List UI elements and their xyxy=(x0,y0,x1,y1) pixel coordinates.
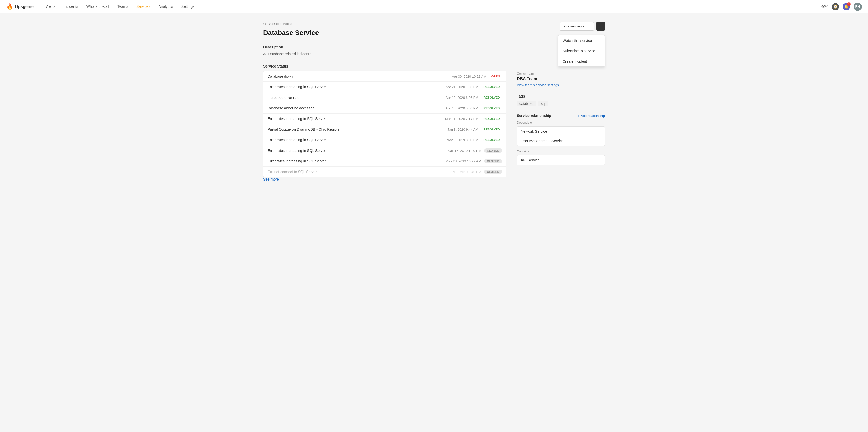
nav-link-incidents[interactable]: Incidents xyxy=(60,0,82,13)
depends-on-box: Network Service User Management Service xyxy=(517,127,605,146)
navbar-right: 66% 🧭 🔔 1 RH xyxy=(822,3,862,11)
content-area: ⊙ Back to services Database Service Desc… xyxy=(263,22,506,181)
action-bar: Problem reporting ··· xyxy=(517,22,605,31)
table-row[interactable]: Partial Outage on DyanmoDB - Ohio Region… xyxy=(264,124,506,135)
nav-link-analytics[interactable]: Analytics xyxy=(155,0,177,13)
incident-date: Apr 21, 2020 1:06 PM xyxy=(446,85,478,89)
nav-percent[interactable]: 66% xyxy=(822,5,828,8)
incident-name: Error rates increasing in SQL Server xyxy=(268,138,447,142)
avatar[interactable]: RH xyxy=(854,3,862,11)
tags-section: Tags database sql xyxy=(517,94,605,106)
table-row[interactable]: Error rates increasing in SQL Server Mar… xyxy=(264,113,506,124)
status-badge: RESOLVED xyxy=(482,127,502,131)
table-row[interactable]: Error rates increasing in SQL Server May… xyxy=(264,156,506,167)
incident-date: Jan 3, 2020 9:44 AM xyxy=(447,128,478,131)
incident-name: Partial Outage on DyanmoDB - Ohio Region xyxy=(268,127,447,131)
table-row[interactable]: Error rates increasing in SQL Server Nov… xyxy=(264,135,506,145)
logo[interactable]: 🔥 Opsgenie xyxy=(6,3,34,10)
depends-on-label: Depends on xyxy=(517,121,605,125)
dropdown-item-create-incident[interactable]: Create incident xyxy=(558,56,604,66)
nav-link-services[interactable]: Services xyxy=(132,0,155,13)
table-row[interactable]: Error rates increasing in SQL Server Apr… xyxy=(264,82,506,92)
nav-link-alerts[interactable]: Alerts xyxy=(42,0,60,13)
more-options-button[interactable]: ··· xyxy=(596,22,605,31)
incident-name: Error rates increasing in SQL Server xyxy=(268,159,446,163)
tags-label: Tags xyxy=(517,94,605,98)
incident-date: Apr 30, 2020 10:21 AM xyxy=(452,74,486,78)
plus-icon: + xyxy=(578,114,580,118)
incident-date: Oct 16, 2019 1:40 PM xyxy=(448,149,481,153)
service-relationship-section: Service relationship + Add relationship … xyxy=(517,113,605,165)
incident-date: Nov 5, 2019 8:30 PM xyxy=(447,138,478,142)
incident-name: Database down xyxy=(268,74,452,78)
contains-item[interactable]: API Service xyxy=(517,156,604,165)
logo-icon: 🔥 xyxy=(6,3,13,10)
owner-section: Owner team DBA Team View team's service … xyxy=(517,72,605,87)
sidebar: Problem reporting ··· Watch this service… xyxy=(517,22,605,181)
nav-link-settings[interactable]: Settings xyxy=(177,0,199,13)
add-relationship-link[interactable]: + Add relationship xyxy=(578,114,605,118)
owner-settings-link[interactable]: View team's service settings xyxy=(517,83,559,87)
incident-date: May 28, 2019 10:22 AM xyxy=(446,159,481,163)
owner-label: Owner team xyxy=(517,72,605,75)
incident-name: Database annot be accessed xyxy=(268,106,446,110)
table-row[interactable]: Database annot be accessed Apr 10, 2020 … xyxy=(264,103,506,113)
tag-item[interactable]: sql xyxy=(538,101,548,106)
breadcrumb-label: Back to services xyxy=(268,22,292,26)
incident-date: Apr 19, 2020 6:36 PM xyxy=(446,96,478,100)
tag-item[interactable]: database xyxy=(517,101,536,106)
dropdown-menu: Watch this service Subscribe to service … xyxy=(558,35,605,67)
status-badge: CLOSED xyxy=(484,159,502,163)
relationship-header: Service relationship + Add relationship xyxy=(517,113,605,118)
depends-on-item[interactable]: User Management Service xyxy=(517,136,604,146)
nav-link-teams[interactable]: Teams xyxy=(113,0,132,13)
table-row[interactable]: Cannot connect to SQL Server Apr 9, 2019… xyxy=(264,167,506,177)
dropdown-item-watch[interactable]: Watch this service xyxy=(558,35,604,46)
main-layout: ⊙ Back to services Database Service Desc… xyxy=(253,13,615,190)
depends-on-item[interactable]: Network Service xyxy=(517,127,604,136)
incident-date: Apr 10, 2020 5:56 PM xyxy=(446,106,478,110)
logo-text: Opsgenie xyxy=(15,4,34,9)
relationship-label: Service relationship xyxy=(517,113,551,118)
service-status-label: Service Status xyxy=(263,64,506,68)
description-text: All Database related incidents. xyxy=(263,52,506,56)
bell-icon-btn[interactable]: 🔔 1 xyxy=(843,3,850,10)
status-badge: RESOLVED xyxy=(482,117,502,121)
status-badge: RESOLVED xyxy=(482,106,502,110)
navbar-links: Alerts Incidents Who is on-call Teams Se… xyxy=(42,0,822,13)
status-badge: CLOSED xyxy=(484,148,502,153)
contains-box: API Service xyxy=(517,155,605,165)
status-badge: RESOLVED xyxy=(482,138,502,142)
navbar: 🔥 Opsgenie Alerts Incidents Who is on-ca… xyxy=(0,0,868,13)
incident-name: Error rates increasing in SQL Server xyxy=(268,148,448,153)
table-row[interactable]: Increased error rate Apr 19, 2020 6:36 P… xyxy=(264,92,506,103)
tags-container: database sql xyxy=(517,101,605,106)
incident-date: Mar 11, 2020 2:17 PM xyxy=(445,117,478,121)
breadcrumb[interactable]: ⊙ Back to services xyxy=(263,22,506,26)
table-row[interactable]: Database down Apr 30, 2020 10:21 AM OPEN xyxy=(264,71,506,82)
service-status-table: Database down Apr 30, 2020 10:21 AM OPEN… xyxy=(263,71,506,177)
compass-icon-btn[interactable]: 🧭 xyxy=(832,3,839,10)
notification-badge: 1 xyxy=(847,2,851,6)
dropdown-item-subscribe[interactable]: Subscribe to service xyxy=(558,46,604,56)
status-badge: RESOLVED xyxy=(482,85,502,89)
contains-label: Contains xyxy=(517,149,605,153)
add-relationship-label: Add relationship xyxy=(581,114,605,118)
back-icon: ⊙ xyxy=(263,22,266,26)
status-badge: OPEN xyxy=(489,74,502,78)
incident-name: Increased error rate xyxy=(268,95,446,100)
incident-name: Error rates increasing in SQL Server xyxy=(268,85,446,89)
more-dots-icon: ··· xyxy=(599,24,602,29)
status-badge: RESOLVED xyxy=(482,95,502,100)
see-more-link[interactable]: See more xyxy=(263,177,279,181)
incident-name: Error rates increasing in SQL Server xyxy=(268,117,445,121)
nav-link-who-is-on-call[interactable]: Who is on-call xyxy=(82,0,113,13)
page-title: Database Service xyxy=(263,29,506,37)
table-row[interactable]: Error rates increasing in SQL Server Oct… xyxy=(264,145,506,156)
incident-date: Apr 9, 2019 6:45 PM xyxy=(450,170,481,174)
status-badge: CLOSED xyxy=(484,170,502,174)
owner-team-name: DBA Team xyxy=(517,76,605,81)
problem-reporting-button[interactable]: Problem reporting xyxy=(559,22,594,31)
action-bar-wrapper: Problem reporting ··· Watch this service… xyxy=(517,22,605,31)
incident-name: Cannot connect to SQL Server xyxy=(268,170,450,174)
